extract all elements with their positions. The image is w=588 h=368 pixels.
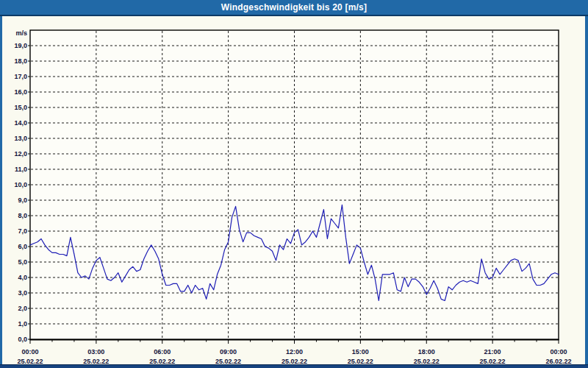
x-tick-date-label: 25.02.22 xyxy=(215,358,241,364)
wind-speed-chart: 0,01,02,03,04,05,06,07,08,09,010,011,012… xyxy=(0,16,588,364)
y-tick-label: 8,0 xyxy=(18,212,27,219)
y-tick-label: 1,0 xyxy=(18,320,27,328)
x-tick-date-label: 25.02.22 xyxy=(83,358,109,364)
y-tick-label: 17,0 xyxy=(14,73,27,80)
y-tick-label: 6,0 xyxy=(18,243,27,250)
y-tick-label: 16,0 xyxy=(14,88,27,96)
y-tick-label: 13,0 xyxy=(14,135,27,142)
y-tick-label: 18,0 xyxy=(14,57,27,65)
x-tick-time-label: 00:00 xyxy=(550,348,567,355)
y-tick-label: 14,0 xyxy=(14,119,27,127)
x-tick-date-label: 25.02.22 xyxy=(480,358,506,364)
chart-window: Windgeschwindigkeit bis 20 [m/s] 0,01,02… xyxy=(0,0,588,368)
x-tick-date-label: 25.02.22 xyxy=(282,358,307,364)
x-tick-date-label: 25.02.22 xyxy=(348,358,373,364)
window-title: Windgeschwindigkeit bis 20 [m/s] xyxy=(221,2,367,13)
y-tick-label: 7,0 xyxy=(18,227,27,235)
x-tick-time-label: 15:00 xyxy=(352,348,369,355)
y-tick-label: 5,0 xyxy=(18,258,27,266)
y-tick-label: 3,0 xyxy=(18,289,27,297)
y-tick-label: 2,0 xyxy=(18,305,27,312)
chart-body: 0,01,02,03,04,05,06,07,08,09,010,011,012… xyxy=(0,16,588,364)
bottom-frame-bar xyxy=(0,364,588,368)
x-axis-labels: 00:0025.02.2203:0025.02.2206:0025.02.220… xyxy=(17,348,571,364)
x-tick-date-label: 26.02.22 xyxy=(545,358,571,364)
x-tick-time-label: 18:00 xyxy=(418,348,435,355)
y-tick-label: 4,0 xyxy=(18,274,27,281)
window-title-bar: Windgeschwindigkeit bis 20 [m/s] xyxy=(0,0,588,16)
x-tick-time-label: 00:00 xyxy=(21,348,38,355)
y-tick-label: 0,0 xyxy=(18,336,27,343)
y-tick-label: 12,0 xyxy=(14,150,27,158)
x-tick-time-label: 21:00 xyxy=(484,348,501,355)
x-tick-date-label: 25.02.22 xyxy=(17,358,43,364)
x-tick-time-label: 06:00 xyxy=(154,348,171,355)
y-axis-unit-label: m/s xyxy=(15,29,27,37)
y-tick-label: 15,0 xyxy=(14,104,27,111)
x-tick-date-label: 25.02.22 xyxy=(414,358,440,364)
x-tick-time-label: 03:00 xyxy=(87,348,104,355)
y-tick-label: 10,0 xyxy=(14,181,27,188)
y-tick-label: 19,0 xyxy=(14,42,27,49)
x-tick-time-label: 09:00 xyxy=(220,348,237,355)
y-tick-label: 9,0 xyxy=(18,197,27,204)
y-tick-label: 11,0 xyxy=(15,166,27,173)
x-tick-time-label: 12:00 xyxy=(286,348,303,355)
x-tick-date-label: 25.02.22 xyxy=(149,358,175,364)
